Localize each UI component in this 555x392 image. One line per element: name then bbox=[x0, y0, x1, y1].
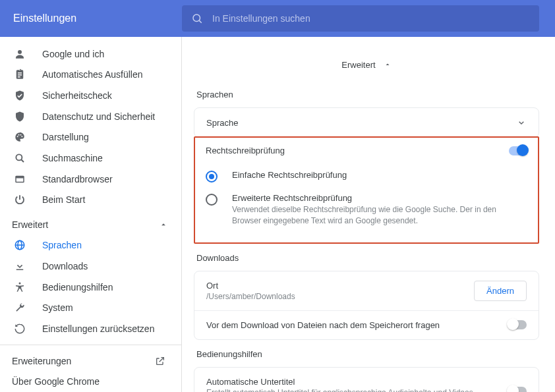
sidebar-item-appearance[interactable]: Darstellung bbox=[0, 127, 181, 148]
search-icon bbox=[191, 13, 203, 24]
svg-point-6 bbox=[21, 136, 22, 138]
restore-icon bbox=[13, 322, 26, 335]
svg-line-8 bbox=[21, 159, 24, 162]
sidebar-advanced-header[interactable]: Erweitert bbox=[0, 214, 181, 235]
header: Einstellungen bbox=[0, 0, 555, 37]
divider bbox=[0, 345, 181, 345]
accessibility-icon bbox=[13, 281, 26, 294]
radio-label: Einfache Rechtschreibprüfung bbox=[232, 170, 347, 180]
downloads-card: Ort /Users/amber/Downloads Ändern Vor de… bbox=[194, 271, 539, 340]
download-ask-label: Vor dem Download von Dateien nach dem Sp… bbox=[206, 320, 440, 330]
sidebar-item-label: Einstellungen zurücksetzen bbox=[42, 323, 154, 334]
sidebar-item-search-engine[interactable]: Suchmaschine bbox=[0, 148, 181, 169]
download-location-value: /Users/amber/Downloads bbox=[206, 292, 295, 301]
section-title-accessibility: Bedienungshilfen bbox=[196, 349, 539, 359]
sidebar-item-accessibility[interactable]: Bedienungshilfen bbox=[0, 277, 181, 298]
sidebar-item-label: Sprachen bbox=[42, 240, 82, 250]
extensions-label: Erweiterungen bbox=[12, 356, 71, 366]
spellcheck-radio-enhanced[interactable]: Erweiterte Rechtschreibprüfung Verwendet… bbox=[206, 188, 527, 232]
sidebar-item-reset[interactable]: Einstellungen zurücksetzen bbox=[0, 318, 181, 339]
search-icon bbox=[13, 152, 26, 165]
sidebar-item-system[interactable]: System bbox=[0, 298, 181, 319]
person-icon bbox=[13, 47, 26, 61]
globe-icon bbox=[13, 238, 26, 252]
search-box[interactable] bbox=[182, 5, 539, 32]
about-label: Über Google Chrome bbox=[12, 376, 100, 387]
chevron-down-icon bbox=[516, 117, 527, 128]
clipboard-icon bbox=[13, 68, 26, 81]
sidebar-item-on-startup[interactable]: Beim Start bbox=[0, 189, 181, 210]
spellcheck-title: Rechtschreibprüfung bbox=[206, 146, 285, 155]
captions-desc: Erstellt automatisch Untertitel für engl… bbox=[206, 388, 483, 392]
captions-toggle[interactable] bbox=[508, 387, 527, 392]
sidebar-item-about[interactable]: Über Google Chrome bbox=[0, 371, 181, 392]
sidebar-item-label: Darstellung bbox=[42, 132, 89, 142]
language-row[interactable]: Sprache bbox=[194, 108, 539, 137]
svg-rect-10 bbox=[16, 178, 24, 181]
sidebar-item-label: Suchmaschine bbox=[42, 153, 103, 163]
main-content: Erweitert Sprachen Sprache Rechtschreibp… bbox=[182, 37, 555, 392]
sidebar-item-privacy[interactable]: Datenschutz und Sicherheit bbox=[0, 106, 181, 127]
sidebar-item-autofill[interactable]: Automatisches Ausfüllen bbox=[0, 65, 181, 86]
download-ask-row: Vor dem Download von Dateien nach dem Sp… bbox=[194, 310, 539, 339]
svg-point-2 bbox=[18, 50, 22, 54]
radio-label: Erweiterte Rechtschreibprüfung bbox=[232, 193, 502, 203]
language-row-label: Sprache bbox=[206, 118, 238, 128]
section-title-downloads: Downloads bbox=[196, 253, 539, 263]
download-location-label: Ort bbox=[206, 281, 295, 291]
sidebar-item-downloads[interactable]: Downloads bbox=[0, 256, 181, 277]
svg-line-1 bbox=[199, 20, 201, 22]
advanced-section-toggle[interactable]: Erweitert bbox=[194, 49, 539, 80]
sidebar-item-label: Standardbrowser bbox=[42, 174, 113, 184]
download-ask-toggle[interactable] bbox=[508, 320, 527, 329]
sidebar-item-label: Datenschutz und Sicherheit bbox=[42, 111, 155, 122]
shield-icon bbox=[13, 110, 26, 123]
search-input[interactable] bbox=[212, 13, 530, 24]
palette-icon bbox=[13, 130, 26, 144]
sidebar-item-label: System bbox=[42, 302, 73, 313]
section-title-languages: Sprachen bbox=[196, 90, 539, 99]
spellcheck-panel: Rechtschreibprüfung Einfache Rechtschrei… bbox=[194, 136, 539, 244]
advanced-toggle-label: Erweitert bbox=[341, 60, 375, 70]
svg-point-3 bbox=[17, 136, 18, 138]
wrench-icon bbox=[13, 301, 26, 314]
change-location-button[interactable]: Ändern bbox=[474, 281, 527, 301]
sidebar-item-label: Automatisches Ausfüllen bbox=[42, 69, 143, 80]
sidebar-item-languages[interactable]: Sprachen bbox=[0, 235, 181, 256]
sidebar-item-label: Google und ich bbox=[42, 49, 104, 59]
svg-point-7 bbox=[16, 154, 22, 160]
chevron-up-icon bbox=[159, 220, 168, 229]
spellcheck-radio-basic[interactable]: Einfache Rechtschreibprüfung bbox=[206, 165, 527, 188]
sidebar-item-default-browser[interactable]: Standardbrowser bbox=[0, 169, 181, 190]
svg-point-14 bbox=[19, 282, 21, 284]
language-card: Sprache bbox=[194, 107, 539, 138]
sidebar-item-label: Bedienungshilfen bbox=[42, 282, 113, 293]
sidebar-item-security-check[interactable]: Sicherheitscheck bbox=[0, 85, 181, 106]
svg-point-4 bbox=[18, 134, 20, 136]
download-location-row: Ort /Users/amber/Downloads Ändern bbox=[194, 271, 539, 310]
chevron-up-icon bbox=[384, 61, 392, 69]
radio-icon bbox=[206, 171, 218, 182]
svg-point-0 bbox=[193, 14, 200, 22]
browser-icon bbox=[13, 173, 26, 186]
sidebar: Google und ich Automatisches Ausfüllen S… bbox=[0, 37, 182, 392]
power-icon bbox=[13, 193, 26, 206]
advanced-label: Erweitert bbox=[12, 219, 48, 230]
shield-check-icon bbox=[13, 89, 26, 102]
spellcheck-toggle[interactable] bbox=[509, 146, 527, 155]
captions-row: Automatische Untertitel Erstellt automat… bbox=[194, 368, 539, 392]
svg-point-5 bbox=[20, 134, 22, 136]
sidebar-item-label: Downloads bbox=[42, 261, 88, 271]
captions-title: Automatische Untertitel bbox=[206, 377, 483, 387]
sidebar-item-extensions[interactable]: Erweiterungen bbox=[0, 350, 181, 372]
radio-icon bbox=[206, 194, 218, 206]
page-title: Einstellungen bbox=[11, 13, 182, 24]
sidebar-item-google-and-me[interactable]: Google und ich bbox=[0, 43, 181, 65]
accessibility-card: Automatische Untertitel Erstellt automat… bbox=[194, 367, 539, 392]
sidebar-item-label: Sicherheitscheck bbox=[42, 90, 112, 101]
sidebar-item-label: Beim Start bbox=[42, 194, 85, 205]
radio-description: Verwendet dieselbe Rechtschreibprüfung w… bbox=[232, 204, 502, 227]
external-link-icon bbox=[155, 356, 165, 366]
download-icon bbox=[13, 260, 26, 273]
